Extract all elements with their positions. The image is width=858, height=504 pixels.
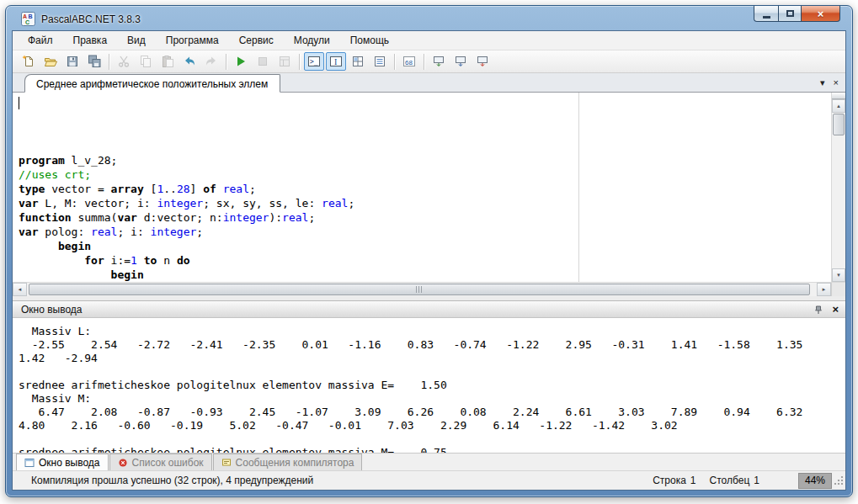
outline-button[interactable] — [370, 52, 390, 71]
output-panel-title: Окно вывода — [21, 304, 83, 316]
svg-text:I: I — [334, 57, 337, 66]
modules-panel-button[interactable] — [472, 52, 493, 71]
output-line — [19, 432, 845, 446]
vertical-scroll-thumb[interactable] — [833, 114, 845, 135]
pin-icon[interactable] — [813, 305, 823, 315]
svg-text:>_: >_ — [310, 58, 318, 66]
stop-icon — [256, 55, 269, 68]
editor-horizontal-scrollbar[interactable]: ◄ ► — [13, 282, 845, 296]
new-icon — [22, 55, 35, 68]
window-title: PascalABC.NET 3.8.3 — [41, 13, 141, 25]
copy-button[interactable] — [136, 52, 156, 71]
maximize-icon — [786, 10, 794, 17]
maximize-button[interactable] — [778, 6, 802, 22]
vertical-scroll-track[interactable] — [832, 136, 845, 268]
intellisense-button[interactable] — [348, 52, 368, 71]
svg-text:A: A — [23, 13, 27, 19]
compile-button[interactable] — [274, 52, 295, 71]
titlebar[interactable]: ABC PascalABC.NET 3.8.3 × — [6, 6, 852, 30]
splitter-box[interactable] — [832, 93, 845, 99]
toolbar-separator — [424, 54, 424, 70]
code-line: type vector = array [1..28] of real; — [19, 182, 831, 196]
build-icon — [278, 55, 291, 68]
editor-vertical-scrollbar[interactable]: ▲ ▼ — [831, 93, 845, 282]
chevron-down-icon[interactable]: ▾ — [820, 77, 825, 88]
open-icon — [44, 55, 57, 68]
menu-view[interactable]: Вид — [117, 31, 156, 50]
resize-grip[interactable] — [833, 475, 844, 488]
code-line: program l_v_28; — [19, 153, 831, 167]
console-icon: >_ — [307, 55, 321, 68]
save-button[interactable] — [62, 52, 83, 71]
undo-button[interactable] — [179, 52, 200, 71]
stop-button[interactable] — [253, 52, 273, 71]
menu-help[interactable]: Помощь — [340, 31, 399, 50]
menu-modules[interactable]: Модули — [284, 31, 340, 50]
output-icon — [24, 458, 35, 468]
undo-icon — [183, 55, 196, 68]
scroll-right-button[interactable]: ► — [817, 283, 831, 296]
code-line: var L, M: vector; i: integer; sx, sy, ss… — [19, 196, 831, 210]
cut-icon — [117, 55, 131, 68]
minimize-button[interactable] — [754, 6, 778, 22]
scroll-up-button[interactable]: ▲ — [832, 99, 845, 113]
bottom-tabstrip: Окно выводаСписок ошибокСообщения компил… — [13, 453, 845, 470]
indicator-toggle-button[interactable]: I — [326, 52, 346, 71]
line-label: Строка — [653, 475, 686, 486]
output-line: -2.55 2.54 -2.72 -2.41 -2.35 0.01 -1.16 … — [19, 338, 845, 352]
grid-icon — [351, 55, 365, 68]
open-button[interactable] — [40, 52, 61, 71]
bottom-tab-label: Сообщения компилятора — [236, 457, 354, 469]
panel-a-icon — [432, 55, 445, 68]
scroll-left-button[interactable]: ◄ — [13, 283, 27, 296]
close-button[interactable]: × — [802, 6, 840, 22]
menu-file[interactable]: Файл — [18, 31, 63, 50]
new-button[interactable] — [19, 52, 39, 71]
horizontal-scroll-track[interactable] — [27, 283, 817, 296]
statusbar: Компиляция прошла успешно (32 строк), 4 … — [13, 470, 845, 490]
output-line: 1.42 -2.94 — [19, 352, 845, 365]
tabstrip-controls: ▾ × — [820, 77, 839, 88]
client-area: ФайлПравкаВидПрограммаСервисМодулиПомощь… — [12, 30, 846, 491]
run-icon — [234, 55, 248, 68]
output-line: 6.47 2.08 -0.87 -0.93 2.45 -1.07 3.09 6.… — [19, 406, 845, 419]
tab-output-window[interactable]: Окно вывода — [16, 454, 109, 470]
tab-compiler-messages[interactable]: Сообщения компилятора — [213, 454, 363, 470]
save-all-button[interactable] — [84, 52, 104, 71]
output-close-icon[interactable]: × — [832, 305, 839, 315]
svg-text:C: C — [25, 19, 29, 25]
editor-panel: program l_v_28;//uses crt;type vector = … — [13, 93, 845, 282]
output-text[interactable]: Massiv L: -2.55 2.54 -2.72 -2.41 -2.35 0… — [13, 318, 845, 453]
menubar: ФайлПравкаВидПрограммаСервисМодулиПомощь — [13, 31, 845, 50]
document-tab[interactable]: Среднее арифметическое положительных элл… — [24, 74, 280, 93]
tab-error-list[interactable]: Список ошибок — [109, 454, 212, 470]
menu-edit[interactable]: Правка — [63, 31, 118, 50]
desktop: ABC PascalABC.NET 3.8.3 × ФайлПравкаВидП… — [0, 0, 858, 504]
code-line: begin — [19, 239, 831, 253]
paste-icon — [161, 55, 174, 68]
horizontal-scroll-thumb[interactable] — [29, 284, 810, 295]
code-line: begin — [19, 268, 831, 282]
menu-program[interactable]: Программа — [156, 31, 229, 50]
run-button[interactable] — [231, 52, 251, 71]
editor-margin-line — [578, 93, 579, 282]
format-code-button[interactable]: 68 — [399, 52, 419, 71]
redo-icon — [205, 55, 218, 68]
scroll-down-button[interactable]: ▼ — [832, 268, 845, 282]
close-icon: × — [818, 8, 824, 20]
code-area[interactable]: program l_v_28;//uses crt;type vector = … — [13, 93, 831, 282]
app-window: ABC PascalABC.NET 3.8.3 × ФайлПравкаВидП… — [5, 5, 853, 497]
paste-button[interactable] — [157, 52, 178, 71]
cut-button[interactable] — [114, 52, 134, 71]
errors-icon — [118, 458, 128, 468]
redo-button[interactable] — [201, 52, 221, 71]
menu-service[interactable]: Сервис — [229, 31, 284, 50]
column-label: Столбец — [710, 475, 750, 486]
watch-panel-button[interactable] — [450, 52, 471, 71]
output-panel-button[interactable] — [429, 52, 449, 71]
code-line: for i:=1 to n do — [19, 253, 831, 268]
list-icon — [373, 55, 386, 68]
tab-close-icon[interactable]: × — [834, 77, 839, 88]
copy-icon — [139, 55, 152, 68]
console-toggle-button[interactable]: >_ — [304, 52, 324, 71]
